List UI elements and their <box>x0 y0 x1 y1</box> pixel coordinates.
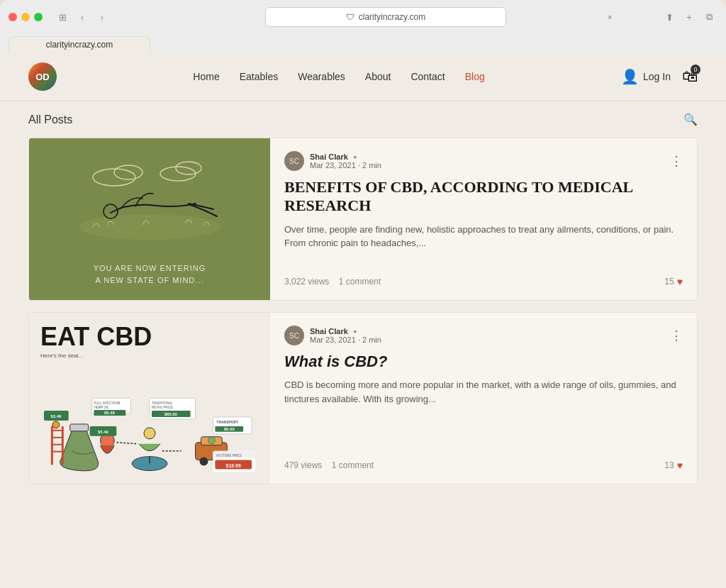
minimize-button[interactable] <box>21 13 30 21</box>
security-icon: 🛡 <box>346 12 354 22</box>
section-title: All Posts <box>28 113 72 126</box>
nav-eatables[interactable]: Eatables <box>240 71 278 82</box>
author-name-2: Shai Clark <box>310 327 348 335</box>
eat-cbd-subtitle: Here's the deal... <box>40 353 259 359</box>
heart-icon-1[interactable]: ♥ <box>677 276 683 287</box>
author-avatar-2: SC <box>284 326 304 345</box>
post-title-1[interactable]: BENEFITS OF CBD, ACCORDING TO MEDICAL RE… <box>284 178 683 216</box>
author-info-1: Shai Clark ✦ Mar 23, 2021 · 2 min <box>310 152 381 170</box>
svg-point-13 <box>52 421 60 428</box>
active-tab[interactable]: clarityincrazy.com <box>9 36 150 52</box>
browser-actions: ⬆ + ⧉ <box>661 9 717 25</box>
svg-rect-7 <box>51 426 53 465</box>
heart-icon-2[interactable]: ♥ <box>677 460 683 471</box>
nav-blog[interactable]: Blog <box>465 71 485 82</box>
post-views-1: 3,022 views <box>284 277 329 287</box>
post-comments-1: 1 comment <box>339 277 381 287</box>
nav-contact[interactable]: Contact <box>411 71 445 82</box>
url-text: clarityincrazy.com <box>359 12 425 22</box>
post-content-2: SC Shai Clark ✦ Mar 23, 2021 · 2 min ⋮ W… <box>270 313 697 484</box>
maximize-button[interactable] <box>34 13 43 21</box>
cart-button[interactable]: 🛍 0 <box>682 67 698 86</box>
login-button[interactable]: 👤 Log In <box>621 68 671 85</box>
nav-home[interactable]: Home <box>193 71 219 82</box>
cart-badge: 0 <box>691 65 700 74</box>
svg-rect-6 <box>70 424 89 431</box>
svg-point-16 <box>144 428 155 439</box>
post-comments-2: 1 comment <box>332 460 374 470</box>
author-info-2: Shai Clark ✦ Mar 23, 2021 · 2 min <box>310 327 381 344</box>
svg-text:$5.49: $5.49 <box>98 430 109 434</box>
post-illustration-1 <box>72 152 228 252</box>
close-button[interactable] <box>9 13 17 21</box>
svg-rect-10 <box>51 437 62 438</box>
post-content-1: SC Shai Clark ✦ Mar 23, 2021 · 2 min ⋮ B… <box>270 138 697 300</box>
post-meta-2: SC Shai Clark ✦ Mar 23, 2021 · 2 min ⋮ <box>284 326 683 345</box>
post-likes-1[interactable]: 15 ♥ <box>664 276 683 287</box>
account-icon: 👤 <box>621 68 639 85</box>
traffic-lights <box>9 13 43 21</box>
svg-point-3 <box>160 167 196 181</box>
svg-point-23 <box>200 457 208 466</box>
more-options-button-1[interactable]: ⋮ <box>670 155 683 167</box>
post-likes-2[interactable]: 13 ♥ <box>664 460 683 471</box>
tab-close-icon[interactable]: ✕ <box>607 13 613 21</box>
author-badge-2: ✦ <box>352 328 358 335</box>
svg-rect-11 <box>51 444 62 445</box>
nav-about[interactable]: About <box>365 71 391 82</box>
post-card-1: YOU ARE NOW ENTERING A NEW STATE OF MIND… <box>28 138 698 301</box>
tabs-button[interactable]: ⧉ <box>700 9 717 25</box>
infographic-area: $3.49 $5.49 <box>40 359 259 472</box>
main-content: All Posts 🔍 <box>0 101 726 588</box>
login-label: Log In <box>643 71 671 82</box>
back-button[interactable]: ‹ <box>74 9 91 25</box>
post-meta-1: SC Shai Clark ✦ Mar 23, 2021 · 2 min ⋮ <box>284 151 683 171</box>
sidebar-toggle-button[interactable]: ⊞ <box>54 9 71 25</box>
browser-chrome: ⊞ ‹ › 🛡 clarityincrazy.com ✕ ⬆ + ⧉ clari… <box>0 0 726 52</box>
svg-text:$5.49: $5.49 <box>104 411 116 415</box>
post-like-count-1: 15 <box>664 277 674 287</box>
svg-text:HEMP OIL: HEMP OIL <box>94 406 110 409</box>
nav: OD Home Eatables Wearables About Contact… <box>0 52 726 101</box>
address-bar[interactable]: 🛡 clarityincrazy.com ✕ <box>265 7 506 27</box>
svg-text:TRANSPORT: TRANSPORT <box>216 421 238 424</box>
post-image-1: YOU ARE NOW ENTERING A NEW STATE OF MIND… <box>29 138 270 300</box>
post-illustration-2: $3.49 $5.49 <box>40 359 259 472</box>
post-views-2: 479 views <box>284 460 322 470</box>
svg-text:$18.99: $18.99 <box>226 463 241 469</box>
svg-rect-9 <box>51 430 62 431</box>
svg-rect-8 <box>62 426 64 465</box>
svg-text:$65.00: $65.00 <box>164 412 178 416</box>
svg-text:$3.49: $3.49 <box>50 414 62 418</box>
website: OD Home Eatables Wearables About Contact… <box>0 52 726 588</box>
post-date-2: Mar 23, 2021 · 2 min <box>310 335 381 344</box>
post-footer-2: 479 views 1 comment 13 ♥ <box>284 460 683 471</box>
site-logo[interactable]: OD <box>28 62 57 91</box>
post-date-1: Mar 23, 2021 · 2 min <box>310 161 381 170</box>
new-tab-button[interactable]: + <box>681 9 698 25</box>
share-button[interactable]: ⬆ <box>661 9 678 25</box>
nav-links: Home Eatables Wearables About Contact Bl… <box>193 71 484 82</box>
post-footer-1: 3,022 views 1 comment 15 ♥ <box>284 276 683 287</box>
address-bar-wrap: 🛡 clarityincrazy.com ✕ <box>116 7 655 27</box>
post-author-1: SC Shai Clark ✦ Mar 23, 2021 · 2 min <box>284 151 381 171</box>
browser-controls: ⊞ ‹ › <box>54 9 111 25</box>
post-excerpt-2: CBD is becoming more and more popular in… <box>284 378 683 451</box>
svg-point-25 <box>208 437 215 444</box>
all-posts-header: All Posts 🔍 <box>28 113 698 126</box>
svg-text:$9.99: $9.99 <box>224 427 235 431</box>
nav-right: 👤 Log In 🛍 0 <box>621 67 698 86</box>
svg-text:IN STORE PRICE: IN STORE PRICE <box>216 454 242 457</box>
post-image-2: EAT CBD Here's the deal... <box>29 313 270 484</box>
post-stats-2: 479 views 1 comment <box>284 460 374 470</box>
more-options-button-2[interactable]: ⋮ <box>670 329 683 342</box>
forward-button[interactable]: › <box>94 9 111 25</box>
post-title-2[interactable]: What is CBD? <box>284 353 683 371</box>
svg-text:TRADITIONAL: TRADITIONAL <box>152 401 173 405</box>
browser-titlebar: ⊞ ‹ › 🛡 clarityincrazy.com ✕ ⬆ + ⧉ <box>9 7 717 27</box>
svg-point-2 <box>114 165 143 179</box>
search-icon[interactable]: 🔍 <box>683 113 698 126</box>
author-name-1: Shai Clark <box>310 152 348 161</box>
post-card-2: EAT CBD Here's the deal... <box>28 312 698 484</box>
nav-wearables[interactable]: Wearables <box>298 71 345 82</box>
